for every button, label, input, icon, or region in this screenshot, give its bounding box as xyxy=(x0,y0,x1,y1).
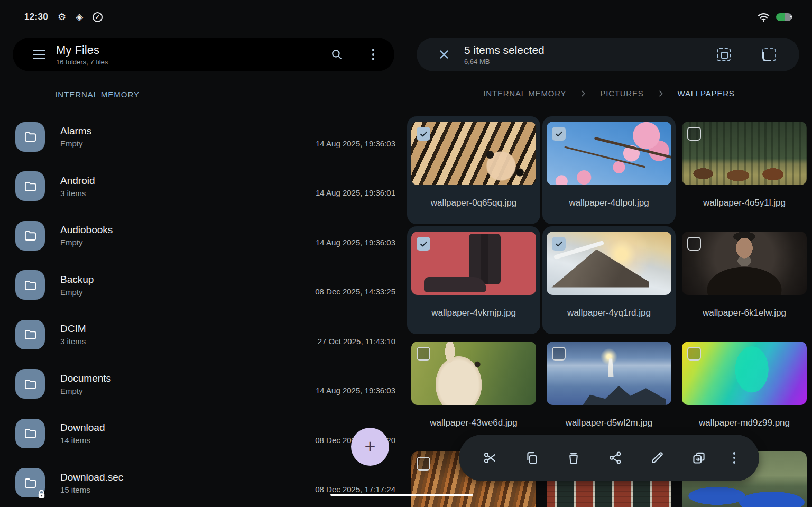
file-tile[interactable]: wallpaper-0q65qq.jpg xyxy=(407,116,540,224)
more-options-icon xyxy=(733,452,736,464)
storage-section-label: INTERNAL MEMORY xyxy=(55,90,140,99)
search-icon xyxy=(330,48,344,61)
chevron-right-icon xyxy=(579,89,587,98)
thumbnail-rabbit xyxy=(411,342,536,405)
left-app-bar: My Files 16 folders, 7 files xyxy=(13,38,394,71)
select-all-icon xyxy=(717,48,731,61)
delete-button[interactable] xyxy=(563,447,584,468)
folder-date: 14 Aug 2025, 19:36:03 xyxy=(316,238,395,247)
menu-icon[interactable] xyxy=(33,50,45,59)
move-button[interactable] xyxy=(688,447,709,468)
edit-icon xyxy=(650,450,665,465)
folder-locked-icon xyxy=(15,468,45,497)
share-icon xyxy=(608,450,623,465)
close-icon xyxy=(438,48,450,61)
folder-row-alarms[interactable]: Alarms Empty 14 Aug 2025, 19:36:03 xyxy=(0,112,406,162)
move-icon xyxy=(691,450,706,465)
folder-icon xyxy=(15,419,45,448)
selection-app-bar: 5 items selected 6,64 MB xyxy=(417,38,799,71)
folder-name: Android xyxy=(60,175,95,187)
checkbox-checked[interactable] xyxy=(417,127,430,141)
cut-icon xyxy=(483,450,497,465)
folder-name: Download.sec xyxy=(60,472,123,483)
thumbnail-ocelot-kitten xyxy=(411,122,536,185)
file-name: wallpaper-0q65qq.jpg xyxy=(407,198,540,208)
thumbnail-bearded-man xyxy=(682,232,807,295)
file-tile[interactable]: wallpaper-43we6d.jpg xyxy=(406,335,541,445)
checkbox-unchecked[interactable] xyxy=(417,457,430,471)
file-tile[interactable]: wallpaper-4vkmjp.jpg xyxy=(407,226,540,334)
folder-name: Backup xyxy=(60,274,94,285)
file-tile[interactable]: wallpaper-4dlpol.jpg xyxy=(542,116,676,224)
file-tile[interactable]: wallpaper-6k1elw.jpg xyxy=(677,225,812,335)
thumbnail-horses xyxy=(682,122,807,185)
folder-row-android[interactable]: Android 3 items 14 Aug 2025, 19:36:01 xyxy=(0,162,406,211)
file-tile[interactable]: wallpaper-4yq1rd.jpg xyxy=(542,226,676,334)
chevron-right-icon xyxy=(657,89,665,98)
selection-count: 5 items selected xyxy=(464,44,545,57)
folder-date: 14 Aug 2025, 19:36:03 xyxy=(316,386,395,395)
folder-row-backup[interactable]: Backup Empty 08 Dec 2025, 14:33:25 xyxy=(0,261,406,310)
breadcrumb-pictures[interactable]: PICTURES xyxy=(600,89,643,98)
file-tile[interactable]: wallpaper-d5wl2m.jpg xyxy=(541,335,677,445)
file-tile[interactable]: wallpaper-4o5y1l.jpg xyxy=(677,115,812,225)
file-name: wallpaper-d5wl2m.jpg xyxy=(541,418,677,428)
checkbox-unchecked[interactable] xyxy=(687,237,701,251)
close-selection-button[interactable] xyxy=(436,46,453,63)
copy-icon xyxy=(524,450,539,465)
folder-name: Download xyxy=(60,422,105,434)
folder-icon xyxy=(15,320,45,349)
checkbox-checked[interactable] xyxy=(417,237,430,251)
file-name: wallpaper-4dlpol.jpg xyxy=(542,198,676,208)
folder-list: Alarms Empty 14 Aug 2025, 19:36:03 Andro… xyxy=(0,112,406,507)
folder-row-download[interactable]: Download 14 items 08 Dec 2025, 17:17:20 xyxy=(0,409,406,458)
file-tile[interactable]: wallpaper-md9z99.png xyxy=(677,335,812,445)
edit-button[interactable] xyxy=(647,447,668,468)
breadcrumb-internal-memory[interactable]: INTERNAL MEMORY xyxy=(483,89,566,98)
breadcrumb: INTERNAL MEMORY PICTURES WALLPAPERS xyxy=(406,89,812,98)
folder-info: 3 items xyxy=(60,337,86,346)
folder-icon xyxy=(15,369,45,399)
toolbar-more-button[interactable] xyxy=(730,449,739,467)
folder-info: 14 items xyxy=(60,436,105,445)
folder-name: Alarms xyxy=(60,125,91,137)
page-title: My Files xyxy=(56,43,108,57)
checkbox-checked[interactable] xyxy=(552,237,566,251)
checkbox-unchecked[interactable] xyxy=(687,127,701,141)
folder-row-audiobooks[interactable]: Audiobooks Empty 14 Aug 2025, 19:36:03 xyxy=(0,211,406,261)
folder-row-dcim[interactable]: DCIM 3 items 27 Oct 2025, 11:43:10 xyxy=(0,310,406,359)
checkbox-unchecked[interactable] xyxy=(552,347,566,361)
gesture-navigation-bar[interactable] xyxy=(330,494,473,496)
select-range-button[interactable] xyxy=(760,45,778,63)
search-button[interactable] xyxy=(328,45,346,63)
checkbox-unchecked[interactable] xyxy=(417,347,430,361)
selection-size: 6,64 MB xyxy=(464,58,545,66)
thumbnail-cherry-blossom xyxy=(547,122,671,185)
checkbox-unchecked[interactable] xyxy=(687,347,701,361)
select-all-button[interactable] xyxy=(715,45,733,63)
folder-info: Empty xyxy=(60,386,111,395)
file-name: wallpaper-md9z99.png xyxy=(677,418,812,428)
folder-name: Documents xyxy=(60,373,111,384)
more-options-button[interactable] xyxy=(370,47,377,62)
folder-icon xyxy=(15,270,45,300)
selection-toolbar xyxy=(459,435,759,481)
folder-date: 08 Dec 2025, 14:33:25 xyxy=(315,287,395,296)
left-pane-my-files: My Files 16 folders, 7 files INTERNAL ME… xyxy=(0,0,406,507)
file-name: wallpaper-4vkmjp.jpg xyxy=(407,308,540,318)
copy-button[interactable] xyxy=(521,447,542,468)
folder-row-download-sec[interactable]: Download.sec 15 items 08 Dec 2025, 17:17… xyxy=(0,458,406,507)
thumbnail-snowy-roof xyxy=(547,232,671,295)
breadcrumb-wallpapers[interactable]: WALLPAPERS xyxy=(678,89,735,98)
share-button[interactable] xyxy=(605,447,626,468)
folder-info: Empty xyxy=(60,139,91,148)
thumbnail-lighthouse xyxy=(547,342,671,405)
folder-row-documents[interactable]: Documents Empty 14 Aug 2025, 19:36:03 xyxy=(0,359,406,409)
file-name: wallpaper-4yq1rd.jpg xyxy=(542,308,676,318)
checkbox-checked[interactable] xyxy=(552,127,566,141)
folder-name: Audiobooks xyxy=(60,224,113,236)
cut-button[interactable] xyxy=(479,447,501,468)
select-range-icon xyxy=(762,48,776,61)
lock-icon xyxy=(36,489,47,499)
add-fab-button[interactable]: + xyxy=(351,428,389,466)
